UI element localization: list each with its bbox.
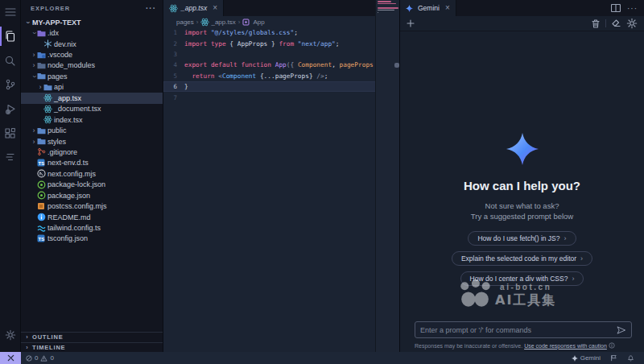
ts-icon: TS xyxy=(37,159,46,167)
prompt-label: How do I use fetch() in JS? xyxy=(477,234,559,242)
tree-item-label: .gitignore xyxy=(47,148,77,156)
info-icon xyxy=(609,342,615,349)
tab-app-tsx[interactable]: _app.tsx × xyxy=(163,0,224,16)
tree-item-label: .idx xyxy=(47,29,59,37)
status-bar: 0 0 Gemini xyxy=(0,352,644,364)
source-control-button[interactable] xyxy=(0,72,21,97)
tree-item-pages[interactable]: ›pages xyxy=(21,71,163,81)
svg-text:TS: TS xyxy=(39,161,45,166)
code-line-2[interactable]: 2import type { AppProps } from "next/app… xyxy=(163,38,394,48)
info-icon xyxy=(37,213,46,221)
tree-item-api[interactable]: ›api xyxy=(21,82,163,93)
gemini-status[interactable]: Gemini xyxy=(567,352,605,364)
explorer-title: EXPLORER xyxy=(31,5,70,12)
breadcrumb-pages[interactable]: pages xyxy=(176,19,194,26)
tree-item--document-tsx[interactable]: _document.tsx xyxy=(21,104,163,114)
search-icon xyxy=(5,56,15,66)
tree-item-package-json[interactable]: package.json xyxy=(21,190,163,201)
tree-item-label: README.md xyxy=(47,213,91,221)
tree-item--idx[interactable]: ›.idx xyxy=(21,27,163,38)
tree-item--gitignore[interactable]: .gitignore xyxy=(21,147,163,157)
breadcrumb-file[interactable]: _app.tsx xyxy=(200,18,235,27)
code-line-4[interactable]: 4export default function App({ Component… xyxy=(163,60,394,70)
tree-item--vscode[interactable]: ›.vscode xyxy=(21,49,163,60)
problems-status[interactable]: 0 0 xyxy=(21,352,59,364)
postcss-icon xyxy=(37,202,46,210)
send-icon[interactable] xyxy=(612,326,631,334)
tree-item-tailwind-config-ts[interactable]: tailwind.config.ts xyxy=(21,222,163,233)
remote-indicator[interactable] xyxy=(0,352,21,364)
tab-label: _app.tsx xyxy=(181,4,207,12)
npm-icon xyxy=(37,180,46,189)
panel-more-actions-icon[interactable]: ··· xyxy=(627,4,638,13)
new-chat-plus-icon[interactable] xyxy=(407,19,415,27)
code-line-3[interactable]: 3 xyxy=(163,49,394,60)
tree-item-next-config-mjs[interactable]: next.config.mjs xyxy=(21,168,163,179)
run-debug-button[interactable] xyxy=(0,97,21,121)
gemini-status-label: Gemini xyxy=(580,354,601,362)
chevron-right-icon: › xyxy=(31,138,37,146)
code-line-1[interactable]: 1import "@/styles/globals.css"; xyxy=(163,27,394,38)
error-icon xyxy=(26,355,32,362)
breadcrumb: pages › _app.tsx › App xyxy=(163,16,399,27)
gemini-sparkle-icon xyxy=(406,5,415,12)
close-icon[interactable]: × xyxy=(213,4,217,12)
sparkle-icon xyxy=(572,355,578,362)
tree-item-label: _document.tsx xyxy=(54,105,101,113)
line-number: 2 xyxy=(163,40,184,48)
tree-item-label: MY-APP-TEXT xyxy=(32,19,81,27)
prompt-input[interactable] xyxy=(415,326,612,334)
caution-link[interactable]: Use code responses with caution xyxy=(524,343,607,349)
gemini-panel: Gemini × ··· How can I help you? Not sur… xyxy=(400,0,644,352)
gemini-hint: Not sure what to ask? Try a suggested pr… xyxy=(471,201,573,221)
line-number: 3 xyxy=(163,51,184,58)
gemini-greeting: How can I help you? xyxy=(464,179,580,192)
outline-section-header[interactable]: › OUTLINE xyxy=(21,332,163,342)
tree-item-label: postcss.config.mjs xyxy=(47,202,107,210)
tree-item-index-tsx[interactable]: index.tsx xyxy=(21,114,163,125)
tree-item-label: api xyxy=(54,83,64,91)
gear-icon[interactable] xyxy=(626,18,638,29)
tab-gemini[interactable]: Gemini × xyxy=(400,0,456,16)
tree-item-tsconfig-json[interactable]: TStsconfig.json xyxy=(21,234,163,244)
search-button[interactable] xyxy=(0,48,21,72)
code-line-5[interactable]: 5 return <Component {...pageProps} />; xyxy=(163,71,394,81)
code-line-7[interactable]: 7 xyxy=(163,92,394,102)
code-line-6[interactable]: 6} xyxy=(163,81,394,92)
tree-item-postcss-config-mjs[interactable]: postcss.config.mjs xyxy=(21,201,163,211)
git-icon xyxy=(37,147,46,156)
suggested-prompt-3[interactable]: How do I center a div with CSS?› xyxy=(460,271,584,286)
tree-item-dev-nix[interactable]: dev.nix xyxy=(21,39,163,49)
explorer-more-actions-icon[interactable]: ··· xyxy=(146,4,156,13)
chevron-right-icon: › xyxy=(31,126,37,134)
menu-button[interactable] xyxy=(0,0,21,24)
split-editor-icon[interactable] xyxy=(611,4,621,12)
scrollbar-slider[interactable] xyxy=(394,63,399,68)
feedback-flag-icon[interactable] xyxy=(605,352,622,364)
breadcrumb-symbol-app[interactable]: App xyxy=(242,19,264,26)
tree-item-styles[interactable]: ›styles xyxy=(21,136,163,147)
tree-root-my-app-text[interactable]: ›MY-APP-TEXT xyxy=(21,17,163,27)
tree-item-public[interactable]: ›public xyxy=(21,125,163,135)
explorer-button[interactable] xyxy=(0,24,21,48)
editor-scrollbar[interactable] xyxy=(394,27,399,352)
suggested-prompt-2[interactable]: Explain the selected code in my editor› xyxy=(452,251,592,266)
tree-item-next-env-d-ts[interactable]: TSnext-env.d.ts xyxy=(21,158,163,168)
folder-muted-icon xyxy=(37,62,46,69)
tree-item--app-tsx[interactable]: _app.tsx xyxy=(21,93,163,103)
tree-item-package-lock-json[interactable]: package-lock.json xyxy=(21,180,163,190)
close-icon[interactable]: × xyxy=(445,4,450,12)
settings-button[interactable] xyxy=(0,323,21,347)
npm-icon xyxy=(37,191,46,200)
idx-ai-button[interactable] xyxy=(0,145,21,169)
code-editor[interactable]: 1import "@/styles/globals.css";2import t… xyxy=(163,27,394,352)
prompt-label: Explain the selected code in my editor xyxy=(461,254,576,263)
eraser-icon[interactable] xyxy=(612,19,621,27)
tree-item-node-modules[interactable]: ›node_modules xyxy=(21,60,163,71)
trash-icon[interactable] xyxy=(592,19,600,28)
notifications-bell-icon[interactable] xyxy=(622,352,639,364)
extensions-button[interactable] xyxy=(0,121,21,145)
tree-item-readme-md[interactable]: README.md xyxy=(21,212,163,222)
timeline-section-header[interactable]: › TIMELINE xyxy=(21,342,163,353)
suggested-prompt-1[interactable]: How do I use fetch() in JS?› xyxy=(468,231,576,246)
